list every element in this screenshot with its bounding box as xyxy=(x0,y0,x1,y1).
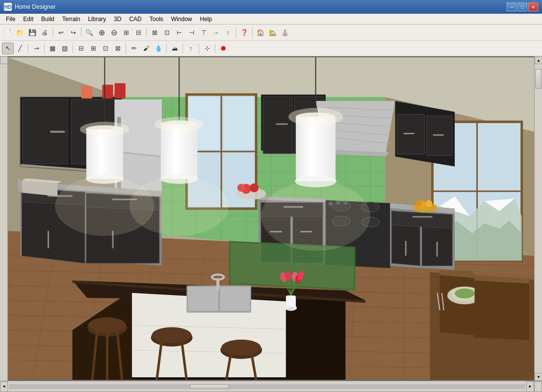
toolbar-1: 📄 📁 💾 🖨 ↩ ↪ 🔍 ⊕ ⊖ ⊞ ⊟ ⊠ ⊡ ⊢ ⊣ ⊤ → ↑ ❓ 🏠 … xyxy=(0,24,542,40)
separator-3 xyxy=(146,27,147,37)
svg-rect-92 xyxy=(48,231,49,248)
paint-tool[interactable]: 🖌 xyxy=(140,43,152,54)
svg-point-190 xyxy=(455,289,474,298)
menu-window[interactable]: Window xyxy=(167,15,196,24)
separator-13 xyxy=(215,44,215,53)
svg-marker-199 xyxy=(475,275,529,340)
svg-rect-70 xyxy=(263,97,292,153)
close-button[interactable]: ✕ xyxy=(528,2,538,11)
svg-marker-128 xyxy=(229,241,355,291)
menu-3d[interactable]: 3D xyxy=(110,15,125,24)
menu-help[interactable]: Help xyxy=(196,15,216,24)
svg-rect-72 xyxy=(276,123,288,125)
scroll-track-horizontal[interactable] xyxy=(9,384,525,389)
scroll-up-button[interactable]: ▲ xyxy=(535,56,542,64)
svg-rect-63 xyxy=(81,86,92,98)
draw-line-tool[interactable]: ╱ xyxy=(14,43,26,54)
app-icon: HD xyxy=(4,3,12,11)
terrain-tool[interactable]: ⛰ xyxy=(169,43,181,54)
toolbar-2: ↖ ╱ ⊸ ▦ ▧ ⊟ ⊞ ⊡ ⊠ ✏ 🖌 💧 ⛰ ↑ ⊹ ⏺ xyxy=(0,40,542,56)
print-button[interactable]: 🖨 xyxy=(39,26,51,38)
measure-tool[interactable]: ⊸ xyxy=(30,43,42,54)
menu-cad[interactable]: CAD xyxy=(125,15,145,24)
separator-8 xyxy=(73,44,73,53)
tool-d[interactable]: ⊣ xyxy=(185,26,197,38)
main-area: ▲ ▼ xyxy=(0,56,542,381)
window-title: Home Designer xyxy=(15,3,507,10)
stair-tool[interactable]: ⊠ xyxy=(112,43,124,54)
separator-12 xyxy=(199,44,199,53)
house2-button[interactable]: 🏡 xyxy=(267,26,279,38)
arrowup-tool[interactable]: ↑ xyxy=(185,43,197,54)
minimize-button[interactable]: ─ xyxy=(507,2,516,11)
svg-point-180 xyxy=(221,340,261,355)
scroll-thumb-vertical[interactable] xyxy=(535,69,542,89)
bottom-scrollbar-bar: ◄ ► xyxy=(0,381,542,392)
save-button[interactable]: 💾 xyxy=(26,26,38,38)
menu-bar: File Edit Build Terrain Library 3D CAD T… xyxy=(0,14,542,24)
tool-c[interactable]: ⊢ xyxy=(173,26,185,38)
tool-e[interactable]: ⊤ xyxy=(198,26,209,38)
svg-rect-84 xyxy=(404,133,414,134)
door-tool[interactable]: ⊞ xyxy=(87,43,99,54)
separator-4 xyxy=(236,27,236,37)
pencil-tool[interactable]: ✏ xyxy=(128,43,140,54)
window-controls: ─ □ ✕ xyxy=(507,2,538,11)
svg-rect-61 xyxy=(102,85,113,98)
svg-rect-187 xyxy=(442,270,472,273)
canvas-area[interactable] xyxy=(8,56,534,381)
svg-rect-118 xyxy=(405,241,407,256)
scroll-track-vertical[interactable] xyxy=(535,64,542,373)
svg-point-127 xyxy=(237,184,245,192)
cabinet-tool[interactable]: ▦ xyxy=(47,43,58,54)
scroll-right-button[interactable]: ► xyxy=(526,381,534,392)
tool-b[interactable]: ⊡ xyxy=(161,26,173,38)
cabinet-tool2[interactable]: ▧ xyxy=(59,43,71,54)
zoom-out-button[interactable]: ⊖ xyxy=(108,26,120,38)
scroll-thumb-horizontal[interactable] xyxy=(190,384,229,389)
menu-file[interactable]: File xyxy=(2,15,19,24)
menu-edit[interactable]: Edit xyxy=(19,15,37,24)
window-tool[interactable]: ⊡ xyxy=(100,43,111,54)
maximize-button[interactable]: □ xyxy=(517,2,527,11)
svg-point-206 xyxy=(261,181,370,251)
help-button[interactable]: ❓ xyxy=(238,26,250,38)
tool-g[interactable]: ↑ xyxy=(222,26,234,38)
tool-f[interactable]: → xyxy=(210,26,222,38)
house3-button[interactable]: ⛪ xyxy=(279,26,291,38)
open-button[interactable]: 📁 xyxy=(14,26,26,38)
menu-library[interactable]: Library xyxy=(84,15,110,24)
separator-2 xyxy=(81,27,81,37)
fit-view-button[interactable]: ⊞ xyxy=(120,26,132,38)
scroll-left-button[interactable]: ◄ xyxy=(0,381,8,392)
svg-point-171 xyxy=(88,317,126,333)
house1-button[interactable]: 🏠 xyxy=(255,26,266,38)
separator-5 xyxy=(252,27,253,37)
eyedrop-tool[interactable]: 💧 xyxy=(153,43,164,54)
svg-rect-46 xyxy=(224,97,254,149)
new-button[interactable]: 📄 xyxy=(2,26,14,38)
tool-a[interactable]: ⊠ xyxy=(149,26,160,38)
separator-10 xyxy=(166,44,167,53)
wall-tool[interactable]: ⊟ xyxy=(75,43,87,54)
separator-11 xyxy=(182,44,183,53)
zoom-search-button[interactable]: 🔍 xyxy=(83,26,95,38)
title-bar: HD Home Designer ─ □ ✕ xyxy=(0,0,542,14)
scroll-down-button[interactable]: ▼ xyxy=(535,373,542,381)
undo-button[interactable]: ↩ xyxy=(55,26,67,38)
svg-point-122 xyxy=(425,200,432,207)
menu-tools[interactable]: Tools xyxy=(146,15,167,24)
menu-terrain[interactable]: Terrain xyxy=(58,15,84,24)
zoom-in-button[interactable]: ⊕ xyxy=(96,26,107,38)
svg-rect-139 xyxy=(220,287,250,312)
separator-7 xyxy=(44,44,45,53)
select-tool[interactable]: ↖ xyxy=(2,43,14,54)
separator-1 xyxy=(52,27,53,37)
redo-button[interactable]: ↪ xyxy=(67,26,79,38)
record-btn[interactable]: ⏺ xyxy=(217,43,229,54)
svg-rect-117 xyxy=(413,216,432,218)
transform-tool[interactable]: ⊹ xyxy=(201,43,213,54)
svg-rect-62 xyxy=(115,83,126,98)
fit-all-button[interactable]: ⊟ xyxy=(132,26,144,38)
menu-build[interactable]: Build xyxy=(37,15,58,24)
